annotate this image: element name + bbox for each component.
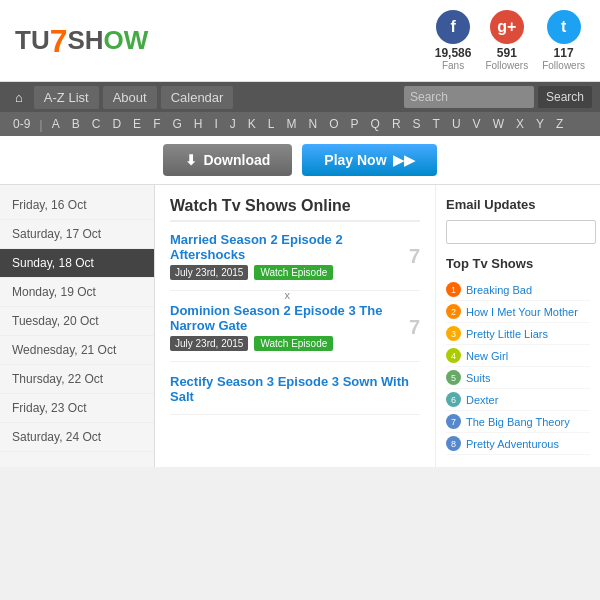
alpha-y[interactable]: Y (531, 115, 549, 133)
top-show-name-3: Pretty Little Liars (466, 328, 548, 340)
top-show-1[interactable]: 1 Breaking Bad (446, 279, 590, 301)
email-section-title: Email Updates (446, 197, 590, 212)
calendar-sidebar: Friday, 16 Oct Saturday, 17 Oct Sunday, … (0, 185, 155, 467)
ad-buttons: ⬇ Download Play Now ▶▶ (163, 144, 436, 176)
cal-day-8[interactable]: Saturday, 24 Oct (0, 423, 154, 452)
logo-sh: SH (67, 25, 103, 56)
search-area: Search (404, 86, 592, 108)
cal-day-3[interactable]: Monday, 19 Oct (0, 278, 154, 307)
cal-day-4[interactable]: Tuesday, 20 Oct (0, 307, 154, 336)
alpha-w[interactable]: W (488, 115, 509, 133)
show-title-3[interactable]: Rectify Season 3 Episode 3 Sown With Sal… (170, 374, 420, 404)
twitter-label: Followers (542, 60, 585, 71)
show-item-2: Dominion Season 2 Episode 3 The Narrow G… (170, 303, 420, 362)
top-show-6[interactable]: 6 Dexter (446, 389, 590, 411)
download-icon: ⬇ (185, 152, 197, 168)
top-show-8[interactable]: 8 Pretty Adventurous (446, 433, 590, 455)
top-show-name-8: Pretty Adventurous (466, 438, 559, 450)
ad-banner: ⬇ Download Play Now ▶▶ x (0, 136, 600, 185)
top-show-name-7: The Big Bang Theory (466, 416, 570, 428)
alpha-b[interactable]: B (67, 115, 85, 133)
cal-day-2[interactable]: Sunday, 18 Oct (0, 249, 154, 278)
section-title: Watch Tv Shows Online (170, 197, 420, 222)
googleplus-label: Followers (485, 60, 528, 71)
alpha-l[interactable]: L (263, 115, 280, 133)
alpha-k[interactable]: K (243, 115, 261, 133)
twitter-social[interactable]: t 117 Followers (542, 10, 585, 71)
alpha-u[interactable]: U (447, 115, 466, 133)
search-button[interactable]: Search (538, 86, 592, 108)
cal-day-0[interactable]: Friday, 16 Oct (0, 191, 154, 220)
ad-close-button[interactable]: x (285, 289, 291, 301)
logo[interactable]: TU 7 SH OW (15, 25, 148, 57)
playnow-button[interactable]: Play Now ▶▶ (302, 144, 436, 176)
search-input[interactable] (404, 86, 534, 108)
top-show-3[interactable]: 3 Pretty Little Liars (446, 323, 590, 345)
alpha-p[interactable]: P (346, 115, 364, 133)
alpha-s[interactable]: S (408, 115, 426, 133)
facebook-count: 19,586 (435, 46, 472, 60)
alpha-i[interactable]: I (209, 115, 222, 133)
nav-about[interactable]: About (103, 86, 157, 109)
alpha-x[interactable]: X (511, 115, 529, 133)
show-date-1: July 23rd, 2015 (170, 265, 248, 280)
alpha-j[interactable]: J (225, 115, 241, 133)
googleplus-social[interactable]: g+ 591 Followers (485, 10, 528, 71)
alpha-v[interactable]: V (468, 115, 486, 133)
top-show-name-6: Dexter (466, 394, 498, 406)
top-show-rank-1: 1 (446, 282, 461, 297)
alpha-n[interactable]: N (304, 115, 323, 133)
main-area: Friday, 16 Oct Saturday, 17 Oct Sunday, … (0, 185, 600, 467)
alpha-e[interactable]: E (128, 115, 146, 133)
alpha-r[interactable]: R (387, 115, 406, 133)
show-meta-1: July 23rd, 2015 Watch Episode (170, 265, 399, 280)
alpha-q[interactable]: Q (366, 115, 385, 133)
top-show-4[interactable]: 4 New Girl (446, 345, 590, 367)
show-title-1[interactable]: Married Season 2 Episode 2 Aftershocks (170, 232, 399, 262)
alpha-t[interactable]: T (428, 115, 445, 133)
cal-day-7[interactable]: Friday, 23 Oct (0, 394, 154, 423)
alpha-f[interactable]: F (148, 115, 165, 133)
watch-episode-2[interactable]: Watch Episode (254, 336, 333, 351)
top-shows-title: Top Tv Shows (446, 256, 590, 271)
email-row: Subscribe (446, 220, 590, 244)
facebook-social[interactable]: f 19,586 Fans (435, 10, 472, 71)
facebook-icon: f (436, 10, 470, 44)
twitter-icon: t (547, 10, 581, 44)
show-num-1: 7 (409, 245, 420, 268)
top-show-2[interactable]: 2 How I Met Your Mother (446, 301, 590, 323)
show-info-3: Rectify Season 3 Episode 3 Sown With Sal… (170, 374, 420, 404)
alpha-o[interactable]: O (324, 115, 343, 133)
email-input[interactable] (446, 220, 596, 244)
alpha-0-9[interactable]: 0-9 (8, 115, 35, 133)
download-label: Download (203, 152, 270, 168)
social-icons: f 19,586 Fans g+ 591 Followers t 117 Fol… (435, 10, 585, 71)
twitter-count: 117 (554, 46, 574, 60)
top-show-7[interactable]: 7 The Big Bang Theory (446, 411, 590, 433)
alpha-c[interactable]: C (87, 115, 106, 133)
top-show-rank-4: 4 (446, 348, 461, 363)
nav-calendar[interactable]: Calendar (161, 86, 234, 109)
top-show-name-1: Breaking Bad (466, 284, 532, 296)
download-button[interactable]: ⬇ Download (163, 144, 292, 176)
play-icon: ▶▶ (393, 152, 415, 168)
header: TU 7 SH OW f 19,586 Fans g+ 591 Follower… (0, 0, 600, 82)
top-show-name-4: New Girl (466, 350, 508, 362)
nav-home-button[interactable]: ⌂ (8, 86, 30, 109)
watch-episode-1[interactable]: Watch Episode (254, 265, 333, 280)
top-show-rank-2: 2 (446, 304, 461, 319)
top-shows-list: 1 Breaking Bad 2 How I Met Your Mother 3… (446, 279, 590, 455)
alpha-z[interactable]: Z (551, 115, 568, 133)
top-show-5[interactable]: 5 Suits (446, 367, 590, 389)
cal-day-5[interactable]: Wednesday, 21 Oct (0, 336, 154, 365)
alpha-m[interactable]: M (282, 115, 302, 133)
alpha-a[interactable]: A (47, 115, 65, 133)
cal-day-1[interactable]: Saturday, 17 Oct (0, 220, 154, 249)
alpha-h[interactable]: H (189, 115, 208, 133)
alpha-g[interactable]: G (167, 115, 186, 133)
show-title-2[interactable]: Dominion Season 2 Episode 3 The Narrow G… (170, 303, 399, 333)
alpha-d[interactable]: D (107, 115, 126, 133)
googleplus-count: 591 (497, 46, 517, 60)
cal-day-6[interactable]: Thursday, 22 Oct (0, 365, 154, 394)
nav-azlist[interactable]: A-Z List (34, 86, 99, 109)
